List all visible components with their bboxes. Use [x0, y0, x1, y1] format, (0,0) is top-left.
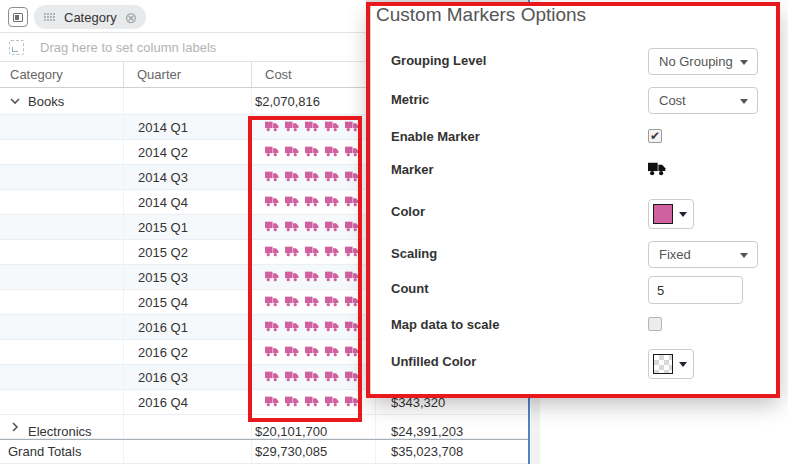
truck-marker-icon: [345, 320, 359, 335]
table-row-electronics[interactable]: Electronics$20,101,700$24,391,203: [0, 415, 528, 439]
quarter-cell: 2014 Q4: [123, 190, 251, 214]
remove-chip-icon[interactable]: ⊗: [125, 10, 138, 25]
chip-label: Category: [64, 10, 117, 25]
cost-value: $20,101,700: [255, 424, 327, 438]
quarter-cell: 2015 Q3: [123, 265, 251, 289]
truck-marker-icon: [285, 295, 299, 310]
cost-cell-markers[interactable]: [251, 265, 375, 289]
truck-marker-icon: [325, 195, 339, 210]
truck-marker-icon: [345, 170, 359, 185]
cost-cell-markers[interactable]: [251, 290, 375, 314]
cost-cell-markers[interactable]: [251, 315, 375, 339]
second-cost-cell: $24,391,203: [375, 415, 528, 438]
metric-select[interactable]: Cost: [648, 87, 758, 114]
truck-marker-icon: [265, 245, 279, 260]
chevron-down-icon[interactable]: [9, 95, 21, 107]
second-cost-cell: $35,023,708: [375, 440, 528, 463]
dropzone-placeholder: Drag here to set column labels: [40, 40, 216, 55]
truck-marker-icon: [285, 145, 299, 160]
quarter-label: 2014 Q1: [138, 120, 188, 135]
quarter-label: 2014 Q2: [138, 145, 188, 160]
header-quarter[interactable]: Quarter: [123, 62, 251, 87]
cost-cell-markers[interactable]: [251, 340, 375, 364]
truck-marker-icon: [285, 120, 299, 135]
grouping-level-select[interactable]: No Grouping: [648, 48, 758, 75]
truck-marker-icon: [325, 370, 339, 385]
cost-cell[interactable]: $2,070,816: [251, 88, 375, 114]
header-category[interactable]: Category: [0, 62, 123, 87]
category-cell: [0, 190, 123, 214]
chevron-down-icon: [679, 212, 687, 217]
truck-marker-icon: [265, 370, 279, 385]
table-row-grand-totals[interactable]: Grand Totals$29,730,085$35,023,708: [0, 439, 528, 464]
quarter-label: 2014 Q4: [138, 195, 188, 210]
truck-marker-icon: [305, 295, 319, 310]
quarter-cell: 2015 Q2: [123, 240, 251, 264]
cost-cell-markers[interactable]: [251, 190, 375, 214]
truck-marker-icon: [325, 170, 339, 185]
color-picker[interactable]: [648, 199, 694, 229]
truck-marker-icon: [265, 145, 279, 160]
truck-marker-icon: [265, 270, 279, 285]
chevron-right-icon[interactable]: [9, 421, 21, 433]
truck-marker-icon: [285, 220, 299, 235]
truck-marker-icon: [265, 345, 279, 360]
truck-marker-icon: [285, 370, 299, 385]
cost-cell[interactable]: $29,730,085: [251, 440, 375, 463]
second-cost-value: $35,023,708: [391, 444, 463, 459]
second-cost-value: $343,320: [391, 395, 445, 410]
map-data-to-scale-checkbox[interactable]: [648, 317, 662, 331]
truck-marker-icon: [325, 220, 339, 235]
count-input[interactable]: [648, 276, 743, 304]
truck-marker-icon: [345, 220, 359, 235]
truck-marker-icon: [285, 320, 299, 335]
quarter-cell: 2016 Q3: [123, 365, 251, 389]
cost-cell-markers[interactable]: [251, 215, 375, 239]
truck-marker-icon: [305, 395, 319, 410]
header-cost[interactable]: Cost: [251, 62, 375, 87]
truck-marker-icon: [305, 145, 319, 160]
quarter-cell: 2015 Q4: [123, 290, 251, 314]
truck-marker-icon: [345, 195, 359, 210]
truck-marker-icon: [305, 245, 319, 260]
custom-markers-options-panel: Custom Markers Options Grouping LevelNo …: [370, 5, 778, 395]
field-label: Scaling: [391, 241, 437, 261]
cost-cell-markers[interactable]: [251, 365, 375, 389]
truck-marker-icon: [265, 170, 279, 185]
truck-marker-icon: [345, 245, 359, 260]
scaling-select[interactable]: Fixed: [648, 241, 758, 268]
cost-cell-markers[interactable]: [251, 115, 375, 139]
chevron-down-icon: [740, 253, 748, 258]
truck-marker-icon: [265, 220, 279, 235]
truck-marker-icon: [265, 295, 279, 310]
truck-marker-icon: [325, 320, 339, 335]
cost-cell-markers[interactable]: [251, 140, 375, 164]
quarter-label: 2016 Q1: [138, 320, 188, 335]
cost-cell-markers[interactable]: [251, 240, 375, 264]
truck-marker-icon: [285, 170, 299, 185]
unfilled-color-picker[interactable]: [648, 349, 694, 379]
drag-handle-icon[interactable]: [44, 13, 55, 22]
chevron-down-icon: [679, 362, 687, 367]
truck-marker-icon: [325, 245, 339, 260]
category-cell: Electronics: [0, 415, 123, 438]
cost-cell[interactable]: $20,101,700: [251, 415, 375, 438]
category-cell: [0, 115, 123, 139]
category-cell: [0, 215, 123, 239]
truck-marker-icon: [305, 345, 319, 360]
enable-marker-checkbox[interactable]: ✔: [648, 129, 662, 143]
truck-marker-icon: [345, 395, 359, 410]
truck-marker-icon: [285, 395, 299, 410]
truck-marker-icon: [305, 195, 319, 210]
field-label: Marker: [391, 162, 434, 177]
cost-cell-markers[interactable]: [251, 165, 375, 189]
truck-marker-icon: [265, 195, 279, 210]
pivot-view-button[interactable]: [8, 7, 28, 27]
truck-marker-icon: [305, 220, 319, 235]
truck-marker-icon: [325, 345, 339, 360]
row-field-chip-category[interactable]: Category ⊗: [34, 5, 146, 29]
field-label: Enable Marker: [391, 129, 480, 144]
truck-marker-icon: [305, 120, 319, 135]
truck-marker-icon: [305, 370, 319, 385]
cost-cell-markers[interactable]: [251, 390, 375, 414]
